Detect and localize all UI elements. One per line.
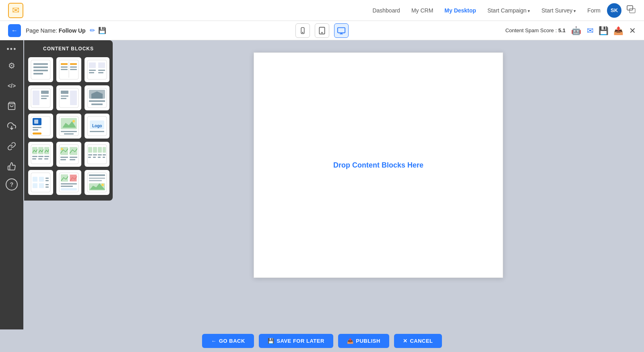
nav-mydesktop[interactable]: My Desktop — [444, 7, 476, 14]
publish-button[interactable]: 📤 PUBLISH — [338, 334, 389, 348]
svg-rect-97 — [45, 180, 49, 181]
svg-rect-65 — [38, 156, 43, 157]
svg-rect-75 — [70, 157, 77, 158]
block-img-text-mix[interactable] — [56, 170, 81, 195]
svg-rect-35 — [41, 98, 47, 99]
block-2col-text[interactable] — [56, 57, 81, 82]
back-button[interactable]: ← — [8, 24, 21, 37]
svg-rect-98 — [45, 184, 49, 185]
svg-rect-74 — [60, 157, 68, 158]
edit-page-name-icon[interactable]: ✏ — [90, 27, 95, 34]
svg-rect-81 — [98, 147, 102, 153]
view-toggle-group — [295, 23, 349, 38]
nav-startcampaign[interactable]: Start Campaign — [487, 7, 530, 14]
svg-rect-25 — [89, 62, 96, 68]
block-3col-img[interactable] — [28, 142, 53, 167]
code-icon[interactable]: </> — [4, 78, 20, 94]
svg-rect-55 — [64, 133, 74, 135]
svg-rect-91 — [31, 173, 50, 192]
save-page-icon[interactable]: 💾 — [98, 27, 106, 34]
svg-rect-0 — [627, 6, 633, 10]
svg-rect-96 — [45, 178, 49, 179]
chat-icon[interactable] — [626, 4, 636, 16]
svg-rect-105 — [61, 186, 73, 187]
help-icon[interactable]: ? — [6, 178, 18, 190]
blocks-grid: Logo — [28, 57, 109, 195]
svg-rect-19 — [61, 69, 68, 70]
svg-rect-30 — [98, 72, 103, 73]
block-banner[interactable] — [85, 85, 109, 110]
drop-content-text: Drop Content Blocks Here — [333, 161, 423, 170]
svg-rect-106 — [61, 188, 77, 190]
publish-icon: 📤 — [347, 338, 354, 344]
link-icon[interactable] — [4, 138, 20, 154]
block-img-text[interactable] — [56, 85, 81, 110]
svg-point-5 — [322, 32, 322, 33]
bottom-action-bar: ← GO BACK 💾 SAVE FOR LATER 📤 PUBLISH ✕ C… — [0, 329, 644, 352]
settings-icon[interactable]: ⚙ — [4, 58, 20, 74]
svg-rect-6 — [338, 27, 345, 33]
svg-rect-1 — [630, 8, 635, 13]
nav-startsurvey[interactable]: Start Survey — [541, 7, 576, 14]
block-img-text-btn[interactable] — [28, 114, 53, 139]
svg-rect-27 — [89, 70, 96, 71]
svg-rect-88 — [93, 157, 96, 158]
more-options-icon[interactable]: ••• — [7, 45, 17, 54]
block-text-img-bottom[interactable] — [85, 170, 109, 195]
svg-rect-21 — [70, 66, 77, 68]
user-avatar[interactable]: SK — [607, 3, 621, 18]
svg-rect-90 — [103, 157, 105, 158]
block-1col-text[interactable] — [28, 57, 53, 82]
svg-rect-92 — [33, 177, 37, 182]
svg-rect-12 — [33, 63, 48, 65]
cancel-button[interactable]: ✕ CANCEL — [394, 334, 442, 348]
svg-rect-93 — [33, 183, 37, 188]
svg-rect-95 — [39, 183, 44, 188]
block-2col-equal[interactable] — [85, 57, 109, 82]
block-logo[interactable]: Logo — [85, 114, 109, 139]
svg-rect-67 — [32, 158, 36, 159]
svg-rect-18 — [61, 66, 68, 68]
svg-text:Logo: Logo — [92, 124, 102, 128]
svg-rect-68 — [38, 158, 42, 159]
svg-rect-28 — [89, 72, 94, 73]
block-2col-img[interactable] — [56, 142, 81, 167]
svg-rect-94 — [39, 177, 44, 182]
svg-rect-39 — [61, 98, 66, 99]
mobile-view-button[interactable] — [295, 23, 310, 38]
svg-rect-33 — [41, 91, 49, 94]
left-sidebar: ••• ⚙ </> ? — [0, 40, 23, 329]
nav-mycrm[interactable]: My CRM — [411, 7, 433, 14]
page-name-value: Follow Up — [59, 27, 86, 34]
cancel-icon: ✕ — [403, 338, 408, 344]
save-for-later-button[interactable]: 💾 SAVE FOR LATER — [259, 334, 333, 348]
desktop-view-button[interactable] — [334, 23, 349, 38]
block-4col-img[interactable] — [85, 142, 109, 167]
svg-rect-109 — [89, 178, 105, 179]
email-send-icon[interactable]: ✉ — [587, 26, 594, 35]
svg-rect-69 — [44, 158, 48, 159]
svg-rect-76 — [60, 159, 66, 160]
content-blocks-title: CONTENT BLOCKS — [28, 46, 109, 52]
spam-check-icon[interactable]: 🤖 — [571, 26, 581, 35]
email-canvas[interactable]: Drop Content Blocks Here — [254, 52, 503, 278]
nav-form[interactable]: Form — [587, 7, 601, 14]
close-editor-icon[interactable]: ✕ — [629, 26, 636, 35]
spam-score-label: Content Spam Score : 5.1 — [505, 27, 566, 33]
cart-icon[interactable] — [4, 98, 20, 114]
cloud-download-icon[interactable] — [4, 118, 20, 134]
app-logo[interactable]: ✉ — [8, 3, 23, 18]
go-back-button[interactable]: ← GO BACK — [202, 334, 254, 348]
svg-rect-64 — [32, 156, 37, 157]
nav-dashboard[interactable]: Dashboard — [372, 7, 400, 14]
export-icon[interactable]: 📤 — [613, 26, 623, 35]
block-text-img[interactable] — [28, 85, 53, 110]
block-social[interactable] — [28, 170, 53, 195]
save-template-icon[interactable]: 💾 — [599, 26, 609, 35]
tablet-view-button[interactable] — [315, 23, 329, 38]
svg-rect-108 — [89, 174, 105, 176]
thumbsup-icon[interactable] — [4, 158, 20, 174]
svg-rect-22 — [70, 69, 77, 70]
svg-rect-66 — [44, 156, 49, 157]
block-img-1col[interactable] — [56, 114, 81, 139]
